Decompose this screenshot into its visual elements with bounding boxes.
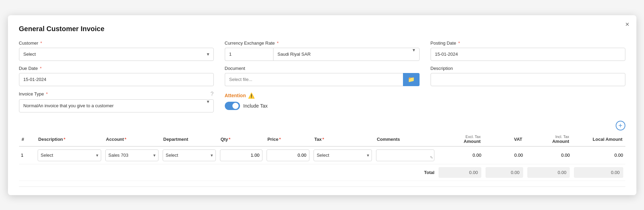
row-account: Sales 703 ▼ — [103, 146, 161, 164]
total-vat: 0.00 — [483, 164, 525, 181]
folder-icon: 📁 — [408, 76, 415, 83]
description-field: Description — [431, 66, 625, 86]
row-price — [265, 146, 311, 164]
due-date-input[interactable]: 15-01-2024 — [19, 73, 214, 86]
include-tax-toggle[interactable] — [225, 102, 240, 110]
currency-label: Currency Exchange Rate — [225, 40, 275, 46]
posting-date-label: Posting Date — [431, 40, 456, 46]
edit-icon: ✎ — [430, 155, 433, 160]
total-local: 0.00 — [572, 164, 625, 181]
invoice-type-help-icon[interactable]: ? — [211, 91, 214, 97]
comments-input-wrapper: ✎ — [376, 149, 434, 161]
description-select[interactable]: Select — [38, 149, 101, 161]
customer-select[interactable]: Select — [19, 48, 214, 61]
tax-select[interactable]: Select — [314, 149, 372, 161]
currency-select-wrapper: Saudi Riyal SAR ▼ — [273, 48, 420, 61]
col-desc-required: * — [64, 137, 65, 142]
invoice-type-select-wrapper: NormalAn invoice that you give to a cust… — [19, 99, 214, 112]
currency-select[interactable]: Saudi Riyal SAR — [273, 48, 420, 61]
total-row: Total 0.00 0.00 0.00 0.00 — [19, 164, 625, 181]
row-qty — [218, 146, 265, 164]
table-row: 1 Select ▼ Sales 703 — [19, 146, 625, 164]
department-select[interactable]: Select — [163, 149, 216, 161]
qty-input[interactable] — [220, 149, 263, 161]
modal-container: × General Customer Invoice Customer * Se… — [8, 15, 636, 195]
total-excl-value: 0.00 — [439, 167, 481, 178]
currency-row: 1 Saudi Riyal SAR ▼ — [225, 48, 420, 61]
customer-field: Customer * Select ▼ — [19, 40, 214, 61]
col-excl-text: Amount — [464, 139, 481, 144]
row-excl-amount: 0.00 — [436, 146, 483, 164]
table-divider — [19, 186, 625, 187]
col-incl-text: Amount — [552, 139, 569, 144]
posting-date-input[interactable]: 15-01-2024 — [431, 48, 625, 61]
col-header-local: Local Amount — [572, 133, 625, 146]
toggle-slider — [225, 102, 240, 110]
description-input[interactable] — [431, 73, 625, 86]
table-section: + # Description* Account* Department Qty… — [19, 121, 625, 187]
col-header-excl: Excl. Tax Amount — [436, 133, 483, 146]
row-vat: 0.00 — [483, 146, 525, 164]
total-excl: 0.00 — [436, 164, 483, 181]
customer-label: Customer — [19, 40, 38, 46]
row-tax: Select ▼ — [311, 146, 374, 164]
customer-required: * — [40, 40, 42, 46]
col-qty-required: * — [229, 137, 230, 142]
attention-warning-icon: ⚠️ — [248, 92, 255, 99]
close-button[interactable]: × — [625, 21, 629, 28]
col-price-required: * — [279, 137, 281, 142]
include-tax-label: Include Tax — [243, 103, 268, 109]
col-header-price: Price* — [265, 133, 311, 146]
invoice-type-label: Invoice Type — [19, 91, 44, 97]
description-select-wrapper: Select ▼ — [38, 149, 101, 161]
invoice-table: # Description* Account* Department Qty* … — [19, 133, 625, 181]
total-local-value: 0.00 — [574, 167, 623, 178]
comments-input[interactable] — [376, 149, 434, 161]
document-upload-button[interactable]: 📁 — [403, 73, 420, 86]
col-header-incl: Incl. Tax Amount — [525, 133, 572, 146]
invoice-type-select[interactable]: NormalAn invoice that you give to a cust… — [19, 99, 214, 112]
col-header-account: Account* — [103, 133, 161, 146]
currency-field: Currency Exchange Rate * 1 Saudi Riyal S… — [225, 40, 420, 61]
col-desc-text: Description — [38, 137, 63, 142]
col-account-text: Account — [106, 137, 124, 142]
account-select[interactable]: Sales 703 — [105, 149, 158, 161]
col-qty-text: Qty — [221, 137, 228, 142]
col-header-comments: Comments — [374, 133, 436, 146]
toggle-row: Include Tax — [225, 102, 420, 110]
currency-required: * — [277, 40, 279, 46]
document-row: 📁 — [225, 73, 420, 86]
col-tax-text: Tax — [314, 137, 321, 142]
col-header-department: Department — [161, 133, 218, 146]
col-incl-sub: Incl. Tax — [528, 135, 569, 139]
posting-date-field: Posting Date * 15-01-2024 — [431, 40, 625, 61]
invoice-type-field: Invoice Type * ? NormalAn invoice that y… — [19, 91, 214, 112]
col-price-text: Price — [267, 137, 278, 142]
document-label: Document — [225, 66, 420, 71]
attention-group: Attention ⚠️ Include Tax — [225, 91, 420, 110]
attention-text: Attention — [225, 93, 246, 98]
row-department: Select ▼ — [161, 146, 218, 164]
col-header-tax: Tax* — [311, 133, 374, 146]
attention-row: Attention ⚠️ Include Tax — [225, 92, 420, 110]
due-date-label: Due Date — [19, 66, 38, 71]
col-header-description: Description* — [36, 133, 103, 146]
total-incl: 0.00 — [525, 164, 572, 181]
col-excl-sub: Excl. Tax — [439, 135, 481, 139]
table-header-row: + — [19, 121, 625, 130]
col-header-qty: Qty* — [218, 133, 265, 146]
currency-amount-input[interactable]: 1 — [225, 48, 273, 61]
tax-select-wrapper: Select ▼ — [314, 149, 372, 161]
price-input[interactable] — [267, 149, 309, 161]
document-field: Document 📁 — [225, 66, 420, 86]
document-input[interactable] — [225, 73, 403, 86]
posting-date-required: * — [458, 40, 460, 46]
modal-title: General Customer Invoice — [19, 25, 625, 33]
attention-label: Attention ⚠️ — [225, 92, 420, 99]
due-date-required: * — [40, 66, 41, 71]
invoice-type-required: * — [46, 91, 48, 97]
col-header-num: # — [19, 133, 36, 146]
description-label: Description — [431, 66, 625, 71]
row-comments: ✎ — [374, 146, 436, 164]
add-row-button[interactable]: + — [616, 121, 625, 130]
